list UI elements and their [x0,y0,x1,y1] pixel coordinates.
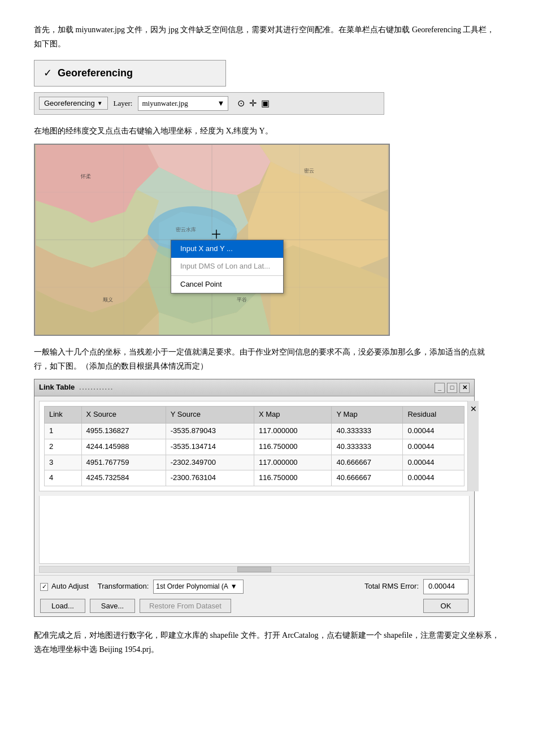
grid-icon[interactable]: ▣ [260,95,271,112]
transformation-value: 1st Order Polynomial (A [156,581,228,592]
auto-adjust-checkbox-container: ✓ Auto Adjust [40,581,89,593]
section2-text: 在地图的经纬度交叉点点击右键输入地理坐标，经度为 X,纬度为 Y。 [34,124,500,138]
col-y-map: Y Map [332,407,403,424]
add-point-icon[interactable]: ✛ [248,95,258,112]
svg-text:顺义: 顺义 [103,297,113,303]
col-x-map: X Map [254,407,332,424]
cell-x_source: 4245.732584 [81,470,166,486]
bottom-row2: Load... Save... Restore From Dataset OK [40,599,468,613]
maximize-button[interactable]: □ [447,383,457,393]
layer-dropdown[interactable]: miyunwater.jpg ▼ [138,96,228,111]
auto-adjust-checkbox[interactable]: ✓ [40,583,48,591]
save-button[interactable]: Save... [90,599,135,613]
link-table-titlebar: Link Table ............ _ □ ✕ [34,379,474,396]
minimize-button[interactable]: _ [435,383,445,393]
table-row: 34951.767759-2302.349700117.00000040.666… [45,455,464,470]
cell-x_map: 116.750000 [254,470,332,486]
table-row: 14955.136827-3535.879043117.00000040.333… [45,423,464,439]
rms-area: Total RMS Error: 0.00044 [364,579,468,594]
rms-label: Total RMS Error: [364,581,419,593]
cell-link: 1 [45,423,82,439]
footer-text: 配准完成之后，对地图进行数字化，即建立水库的 shapefile 文件。打开 A… [34,628,500,656]
cell-x_source: 4955.136827 [81,423,166,439]
cell-link: 3 [45,455,82,470]
scrollbar-thumb[interactable] [237,567,271,572]
cell-x_map: 116.750000 [254,439,332,455]
cell-y_source: -2302.349700 [166,455,254,470]
layer-dropdown-arrow: ▼ [218,98,225,110]
horizontal-scrollbar[interactable] [39,566,470,573]
table-close-side-btn[interactable]: ✕ [467,401,479,491]
link-table-container: Link Table ............ _ □ ✕ Link X Sou… [34,379,475,617]
svg-text:密云水库: 密云水库 [176,227,196,232]
georef-dropdown-arrow: ▼ [97,100,103,106]
col-x-source: X Source [81,407,166,424]
layer-value: miyunwater.jpg [142,98,188,110]
auto-adjust-label: Auto Adjust [51,581,89,593]
georef-menu-button[interactable]: Georeferencing ▼ [39,97,108,110]
cell-residual: 0.00044 [403,455,464,470]
title-left: Link Table ............ [39,382,114,394]
layer-label: Layer: [114,98,133,110]
toolbar-icons: ⊙ ✛ ▣ [236,95,271,112]
transformation-area: Transformation: 1st Order Polynomial (A … [98,580,244,594]
table-row: 44245.732584-2300.763104116.75000040.666… [45,470,464,486]
link-table-body: Link X Source Y Source X Map Y Map Resid… [34,401,474,491]
cell-y_source: -3535.134714 [166,439,254,455]
rms-value: 0.00044 [423,579,468,594]
georef-btn-label: Georeferencing [44,99,95,107]
context-menu: Input X and Y ... Input DMS of Lon and L… [171,240,284,293]
cell-residual: 0.00044 [403,439,464,455]
svg-text:密云: 密云 [304,168,314,174]
restore-button[interactable]: Restore From Dataset [140,599,231,613]
cell-link: 2 [45,439,82,455]
georef-check-label: Georeferencing [58,65,133,81]
svg-text:怀柔: 怀柔 [80,174,91,179]
cell-residual: 0.00044 [403,470,464,486]
rotate-icon[interactable]: ⊙ [236,95,246,112]
bottom-row1: ✓ Auto Adjust Transformation: 1st Order … [40,579,468,594]
link-table-bottom: ✓ Auto Adjust Transformation: 1st Order … [34,575,474,616]
table-row: 24244.145988-3535.134714116.75000040.333… [45,439,464,455]
svg-text:平谷: 平谷 [237,297,247,303]
cell-x_source: 4951.767759 [81,455,166,470]
col-y-source: Y Source [166,407,254,424]
intro-text: 首先，加载 miyunwater.jpg 文件，因为 jpg 文件缺乏空间信息，… [34,23,500,51]
cell-y_map: 40.666667 [332,470,403,486]
cell-y_map: 40.333333 [332,439,403,455]
cell-link: 4 [45,470,82,486]
cell-x_source: 4244.145988 [81,439,166,455]
cell-y_map: 40.333333 [332,423,403,439]
load-button[interactable]: Load... [40,599,85,613]
map-container[interactable]: 怀柔 密云 密云水库 顺义 平谷 Input X and Y ... Input… [34,144,390,336]
cell-y_source: -3535.879043 [166,423,254,439]
transformation-dropdown[interactable]: 1st Order Polynomial (A ▼ [153,580,244,594]
georef-toolbar: Georeferencing ▼ Layer: miyunwater.jpg ▼… [34,92,384,115]
cell-x_map: 117.000000 [254,423,332,439]
context-menu-input-dms: Input DMS of Lon and Lat... [171,258,283,275]
transformation-label: Transformation: [98,581,149,593]
georef-check-box: ✓ Georeferencing [34,60,226,87]
ok-button[interactable]: OK [423,599,468,613]
cell-x_map: 117.000000 [254,455,332,470]
window-controls: _ □ ✕ [435,383,470,393]
title-dots: ............ [79,383,114,393]
transformation-dropdown-arrow: ▼ [231,581,237,592]
checkmark-icon: ✓ [44,65,52,81]
col-residual: Residual [403,407,464,424]
section3-text: 一般输入十几个点的坐标，当残差小于一定值就满足要求。由于作业对空间信息的要求不高… [34,345,500,373]
link-table-title: Link Table [39,382,75,394]
empty-table-area [39,496,470,564]
cell-y_map: 40.666667 [332,455,403,470]
link-data-table: Link X Source Y Source X Map Y Map Resid… [44,406,464,486]
cell-y_source: -2300.763104 [166,470,254,486]
context-menu-cancel[interactable]: Cancel Point [171,276,283,293]
col-link: Link [45,407,82,424]
cell-residual: 0.00044 [403,423,464,439]
link-table-inner: Link X Source Y Source X Map Y Map Resid… [39,401,470,491]
close-button[interactable]: ✕ [459,383,470,393]
context-menu-input-xy[interactable]: Input X and Y ... [171,240,283,258]
